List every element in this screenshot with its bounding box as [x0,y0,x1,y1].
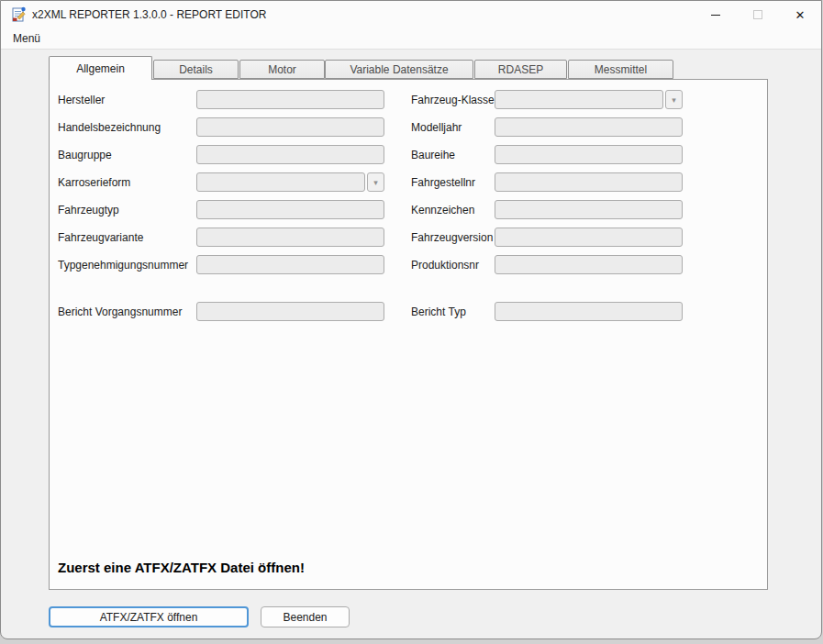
tab-motor[interactable]: Motor [239,60,325,79]
karroserieform-label: Karroserieform [58,176,130,189]
fahrzeugtyp-label: Fahrzeugtyp [58,204,119,217]
tab-messmittel[interactable]: Messmittel [568,60,673,79]
dropdown-arrow-icon[interactable]: ▾ [367,172,384,192]
fahrzeugversion-input[interactable] [495,228,683,247]
fahrzeugtyp-input[interactable] [196,200,384,219]
bericht-vorgangsnummer-input[interactable] [196,302,384,321]
baugruppe-label: Baugruppe [58,149,112,161]
kennzeichen-input[interactable] [495,200,683,219]
menu-bar: Menü [1,28,821,50]
hersteller-input[interactable] [196,90,384,109]
combo-value [196,172,365,192]
app-icon [10,6,27,23]
handelsbezeichnung-input[interactable] [196,117,384,137]
typgenehmigungsnummer-label: Typgenehmigungsnummer [58,259,188,272]
tab-details[interactable]: Details [153,60,239,79]
app-window: x2XML REPORTER 1.3.0.0 - REPORT EDITOR ✕… [0,0,822,639]
fahrzeugvariante-input[interactable] [196,228,384,247]
fahrzeug-klasse-label: Fahrzeug-Klasse [411,94,495,106]
produktionsnr-label: Produktionsnr [411,259,479,272]
baureihe-input[interactable] [495,145,683,164]
fahrzeugvariante-label: Fahrzeugvariante [58,231,143,244]
hersteller-label: Hersteller [58,94,105,106]
menu-item-menue[interactable]: Menü [6,28,47,49]
karroserieform-select[interactable]: ▾ [196,172,384,192]
minimize-icon [711,15,720,16]
kennzeichen-label: Kennzeichen [411,204,474,217]
handelsbezeichnung-label: Handelsbezeichnung [58,121,161,134]
fahrgestellnr-label: Fahrgestellnr [411,176,475,189]
close-button[interactable]: ✕ [779,1,821,28]
tab-variable-datensaetze[interactable]: Variable Datensätze [325,60,473,79]
baugruppe-input[interactable] [196,145,384,164]
close-icon: ✕ [795,9,806,21]
typgenehmigungsnummer-input[interactable] [196,255,384,274]
produktionsnr-input[interactable] [495,255,683,274]
maximize-icon [753,10,762,19]
title-bar: x2XML REPORTER 1.3.0.0 - REPORT EDITOR ✕ [1,1,821,28]
window-title: x2XML REPORTER 1.3.0.0 - REPORT EDITOR [32,1,266,28]
open-atfx-button[interactable]: ATFX/ZATFX öffnen [49,606,249,627]
tab-allgemein[interactable]: Allgemein [49,56,152,80]
fahrgestellnr-input[interactable] [495,172,683,192]
fahrzeug-klasse-select[interactable]: ▾ [495,90,683,109]
combo-value [495,90,663,109]
exit-button[interactable]: Beenden [261,606,350,627]
bericht-typ-label: Bericht Typ [411,305,466,318]
tab-rdasep[interactable]: RDASEP [474,60,567,79]
minimize-button[interactable] [695,1,737,28]
bericht-vorgangsnummer-label: Bericht Vorgangsnummer [58,305,182,318]
maximize-button[interactable] [737,1,779,28]
modelljahr-input[interactable] [495,117,683,137]
fahrzeugversion-label: Fahrzeugversion [411,231,493,244]
bericht-typ-input[interactable] [495,302,683,321]
modelljahr-label: Modelljahr [411,121,462,134]
dropdown-arrow-icon[interactable]: ▾ [665,90,683,109]
baureihe-label: Baureihe [411,149,455,161]
status-message: Zuerst eine ATFX/ZATFX Datei öffnen! [58,560,305,575]
